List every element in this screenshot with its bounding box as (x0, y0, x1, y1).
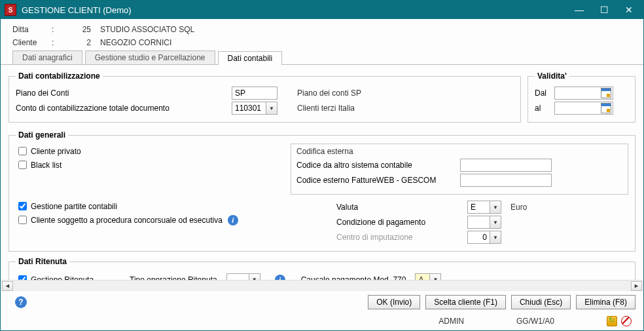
label-valuta: Valuta (336, 203, 467, 212)
input-centro-imputazione[interactable] (467, 231, 490, 244)
ditta-number: 25 (61, 23, 100, 36)
status-user: ADMIN (438, 317, 464, 326)
dropdown-tipo-operazione[interactable]: ▼ (249, 273, 260, 281)
input-valuta[interactable] (467, 201, 490, 214)
scroll-left-arrow[interactable]: ◄ (2, 281, 13, 291)
validita-al-label: al (535, 104, 554, 113)
legend-dati-generali: Dati generali (16, 130, 68, 140)
legend-validita: Validita' (535, 71, 569, 81)
checkbox-cliente-privato[interactable] (18, 147, 27, 155)
group-dati-contabilizzazione: Dati contabilizzazione Piano dei Conti P… (9, 71, 521, 123)
tab-dati-anagrafici[interactable]: Dati anagrafici (12, 50, 82, 64)
window-controls: — ☐ ✕ (573, 5, 639, 15)
elimina-button[interactable]: Elimina (F8) (576, 295, 635, 309)
cliente-label: Cliente (12, 36, 52, 49)
validita-al-input[interactable] (554, 102, 613, 115)
header-info: Ditta : 25 STUDIO ASSOCIATO SQL Cliente … (1, 19, 643, 50)
input-causale-770[interactable] (415, 273, 429, 281)
info-icon[interactable]: i (275, 275, 285, 281)
validita-dal-label: Dal (535, 88, 554, 98)
label-tipo-operazione: Tipo operazione Ritenuta (130, 275, 217, 281)
content-area: Dati contabilizzazione Piano dei Conti P… (1, 65, 643, 280)
calendar-icon[interactable] (601, 103, 611, 113)
refresh-icon[interactable] (607, 316, 617, 326)
label-gestione-partite: Gestione partite contabili (31, 202, 117, 211)
desc-valuta: Euro (510, 203, 527, 212)
group-codifica-esterna: Codifica esterna Codice da altro sistema… (291, 144, 628, 195)
app-icon: S (5, 4, 16, 16)
stop-icon[interactable] (621, 316, 632, 326)
input-condizione-pagamento[interactable] (467, 216, 490, 229)
ok-button[interactable]: OK (Invio) (368, 295, 420, 309)
dropdown-condizione-pagamento[interactable]: ▼ (490, 216, 501, 229)
status-code: GG/W1/A0 (516, 317, 554, 326)
tab-bar: Dati anagrafici Gestione studio e Parcel… (1, 50, 643, 65)
info-icon[interactable]: i (228, 215, 238, 225)
window-title: GESTIONE CLIENTI (Demo) (22, 5, 573, 15)
minimize-button[interactable]: — (573, 5, 586, 15)
legend-dati-ritenuta: Dati Ritenuta (16, 257, 69, 266)
group-dati-ritenuta: Dati Ritenuta Gestione Ritenuta Tipo ope… (9, 257, 635, 280)
horizontal-scrollbar[interactable]: ◄ ► (1, 280, 643, 291)
piano-conti-desc: Piano dei conti SP (297, 88, 361, 98)
dropdown-valuta[interactable]: ▼ (490, 201, 501, 214)
tab-gestione-studio[interactable]: Gestione studio e Parcellazione (85, 50, 215, 64)
label-gestione-ritenuta: Gestione Ritenuta (31, 275, 94, 281)
label-cliente-privato: Cliente privato (31, 147, 81, 156)
input-codice-altro-sistema[interactable] (460, 159, 552, 172)
help-icon[interactable]: ? (15, 296, 27, 308)
input-codice-fattureweb[interactable] (460, 174, 552, 187)
footer-buttons: ? OK (Invio) Scelta cliente (F1) Chiudi … (1, 291, 643, 313)
checkbox-procedura-concorsuale[interactable] (18, 216, 27, 224)
label-codice-altro-sistema: Codice da altro sistema contabile (296, 161, 460, 170)
label-procedura-concorsuale: Cliente soggetto a procedura concorsuale… (31, 216, 223, 225)
conto-contab-label: Conto di contabilizzazione totale docume… (16, 104, 232, 113)
label-causale-770: Causale pagamento Mod. 770 (301, 275, 406, 281)
group-dati-generali: Dati generali Cliente privato Black list… (9, 130, 635, 252)
dropdown-causale-770[interactable]: ▼ (429, 273, 441, 281)
piano-conti-input[interactable] (232, 87, 277, 100)
cliente-value: NEGOZIO CORNICI (100, 36, 171, 49)
chiudi-button[interactable]: Chiudi (Esc) (511, 295, 571, 309)
ditta-value: STUDIO ASSOCIATO SQL (100, 23, 194, 36)
ditta-label: Ditta (12, 23, 52, 36)
label-black-list: Black list (31, 161, 62, 170)
checkbox-gestione-partite[interactable] (18, 202, 27, 210)
scroll-right-arrow[interactable]: ► (631, 281, 642, 291)
input-tipo-operazione[interactable] (226, 273, 249, 281)
close-button[interactable]: ✕ (622, 5, 635, 15)
app-window: S GESTIONE CLIENTI (Demo) — ☐ ✕ Ditta : … (0, 0, 644, 331)
label-condizione-pagamento: Condizione di pagamento (336, 218, 467, 227)
validita-dal-input[interactable] (554, 87, 613, 100)
scelta-cliente-button[interactable]: Scelta cliente (F1) (425, 295, 506, 309)
tab-dati-contabili[interactable]: Dati contabili (218, 51, 283, 65)
status-bar: ADMIN GG/W1/A0 (1, 313, 643, 330)
conto-contab-desc: Clienti terzi Italia (297, 104, 355, 113)
maximize-button[interactable]: ☐ (598, 5, 611, 15)
conto-contab-dropdown[interactable]: ▼ (266, 102, 277, 115)
piano-conti-label: Piano dei Conti (16, 88, 232, 98)
titlebar: S GESTIONE CLIENTI (Demo) — ☐ ✕ (1, 1, 643, 19)
status-icons (607, 316, 632, 326)
label-codice-fattureweb: Codice esterno FattureWEB - GESCOM (296, 176, 460, 185)
calendar-icon[interactable] (601, 88, 611, 98)
legend-dati-contabilizzazione: Dati contabilizzazione (16, 71, 103, 81)
group-validita: Validita' Dal al (528, 71, 635, 123)
dropdown-centro-imputazione[interactable]: ▼ (490, 231, 501, 244)
conto-contab-input[interactable] (232, 102, 266, 115)
cliente-number: 2 (61, 36, 100, 49)
checkbox-black-list[interactable] (18, 161, 27, 169)
codifica-title: Codifica esterna (296, 147, 622, 156)
checkbox-gestione-ritenuta[interactable] (18, 275, 27, 280)
label-centro-imputazione: Centro di imputazione (336, 233, 467, 242)
